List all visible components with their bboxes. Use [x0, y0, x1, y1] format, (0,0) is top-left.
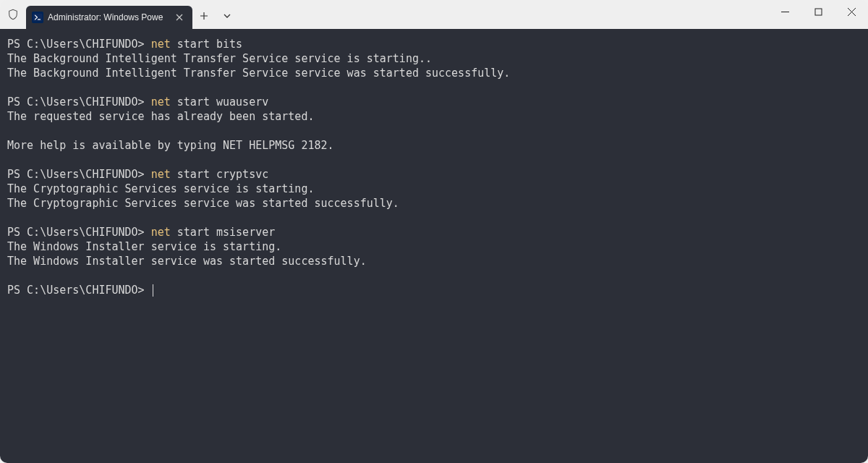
output-line	[7, 124, 861, 139]
command-args: start wuauserv	[171, 95, 268, 109]
output-line: The Cryptographic Services service was s…	[7, 197, 861, 211]
close-tab-icon[interactable]	[174, 12, 185, 23]
output-line: The Background Intelligent Transfer Serv…	[7, 52, 861, 67]
terminal-content[interactable]: PS C:\Users\CHIFUNDO> net start bitsThe …	[0, 29, 868, 463]
prompt-text: PS C:\Users\CHIFUNDO>	[7, 168, 145, 181]
powershell-icon	[32, 12, 43, 23]
output-line: The Windows Installer service was starte…	[7, 255, 861, 269]
command-args: start cryptsvc	[171, 168, 268, 181]
output-line: The Background Intelligent Transfer Serv…	[7, 67, 861, 81]
prompt-text: PS C:\Users\CHIFUNDO>	[7, 95, 145, 109]
command-args: start bits	[171, 38, 242, 51]
svg-rect-1	[815, 9, 822, 15]
blank-line	[7, 269, 861, 284]
command-keyword: net	[151, 38, 171, 51]
prompt-text: PS C:\Users\CHIFUNDO>	[7, 38, 145, 51]
command-keyword: net	[151, 168, 171, 181]
output-line: The Windows Installer service is startin…	[7, 240, 861, 255]
new-tab-button[interactable]	[192, 4, 216, 27]
output-line: More help is available by typing NET HEL…	[7, 139, 861, 153]
blank-line	[7, 153, 861, 168]
cursor	[153, 284, 153, 297]
minimize-button[interactable]	[768, 0, 801, 23]
shield-icon	[0, 0, 26, 29]
maximize-button[interactable]	[801, 0, 835, 23]
terminal-tab[interactable]: Administrator: Windows Powe	[26, 6, 192, 29]
window-controls	[768, 0, 868, 29]
blank-line	[7, 211, 861, 226]
prompt-text: PS C:\Users\CHIFUNDO>	[7, 284, 145, 297]
prompt-text: PS C:\Users\CHIFUNDO>	[7, 226, 145, 239]
title-bar: Administrator: Windows Powe	[0, 0, 868, 29]
tab-title: Administrator: Windows Powe	[48, 12, 169, 22]
output-line: The Cryptographic Services service is st…	[7, 182, 861, 197]
command-args: start msiserver	[171, 226, 276, 239]
blank-line	[7, 81, 861, 95]
command-keyword: net	[151, 95, 171, 109]
command-keyword: net	[151, 226, 171, 239]
close-window-button[interactable]	[835, 0, 868, 23]
tab-dropdown-button[interactable]	[216, 4, 239, 27]
output-line: The requested service has already been s…	[7, 110, 861, 124]
